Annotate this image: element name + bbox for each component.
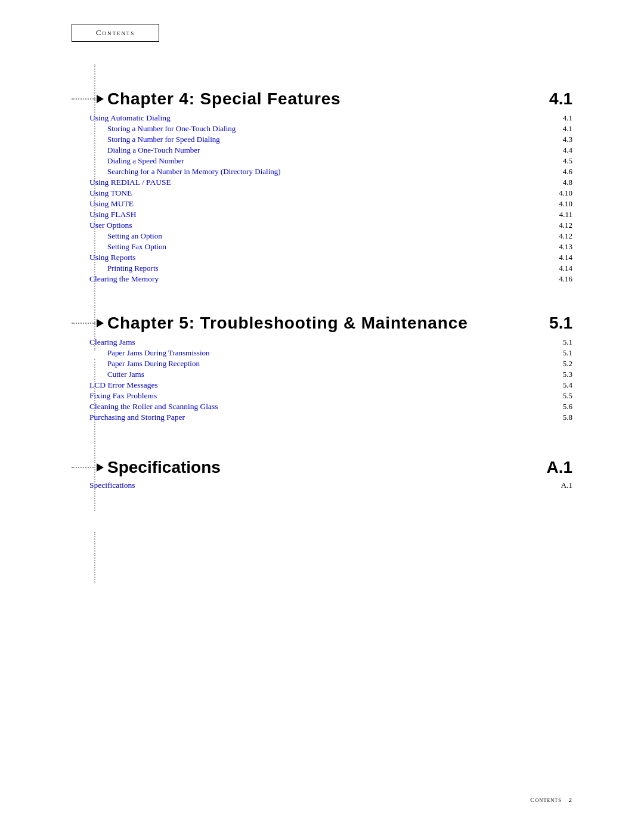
toc-entry[interactable]: Using Automatic Dialing4.1 bbox=[89, 113, 572, 123]
toc-page-number: 4.4 bbox=[552, 145, 572, 155]
spec-heading-row: Specifications A.1 bbox=[72, 458, 572, 477]
spec-title: Specifications bbox=[107, 458, 221, 477]
toc-entry[interactable]: LCD Error Messages5.4 bbox=[89, 380, 572, 390]
spec-dotted-line bbox=[72, 467, 95, 468]
toc-entry[interactable]: Fixing Fax Problems5.5 bbox=[89, 391, 572, 401]
toc-entry[interactable]: Setting Fax Option4.13 bbox=[107, 242, 572, 252]
chapter5-dotted-line bbox=[72, 323, 95, 324]
toc-entry[interactable]: Setting an Option4.12 bbox=[107, 231, 572, 241]
toc-entry[interactable]: Purchasing and Storing Paper5.8 bbox=[89, 413, 572, 422]
toc-page-number: 5.8 bbox=[552, 413, 572, 422]
toc-entry[interactable]: Using REDIAL / PAUSE4.8 bbox=[89, 178, 572, 187]
toc-link[interactable]: Clearing the Memory bbox=[89, 274, 159, 284]
toc-entry[interactable]: Using FLASH4.11 bbox=[89, 210, 572, 219]
toc-link[interactable]: Using Automatic Dialing bbox=[89, 113, 171, 123]
toc-link[interactable]: LCD Error Messages bbox=[89, 380, 158, 390]
page: Contents Chapter 4: Special Features 4.1… bbox=[0, 0, 644, 833]
toc-link[interactable]: Cutter Jams bbox=[107, 370, 144, 379]
toc-page-number: 5.4 bbox=[552, 380, 572, 390]
toc-link[interactable]: Storing a Number for Speed Dialing bbox=[107, 135, 220, 144]
toc-entry[interactable]: Storing a Number for Speed Dialing4.3 bbox=[107, 135, 572, 144]
toc-link[interactable]: Dialing a Speed Number bbox=[107, 156, 184, 166]
spec-toc-entries: SpecificationsA.1 bbox=[89, 481, 572, 490]
chapter5-toc-entries: Clearing Jams5.1Paper Jams During Transm… bbox=[89, 337, 572, 422]
toc-link[interactable]: Using FLASH bbox=[89, 210, 136, 219]
contents-header-label: Contents bbox=[96, 28, 135, 37]
toc-page-number: 5.6 bbox=[552, 402, 572, 411]
toc-page-number: A.1 bbox=[552, 481, 572, 490]
toc-entry[interactable]: Storing a Number for One-Touch Dialing4.… bbox=[107, 124, 572, 134]
toc-link[interactable]: Fixing Fax Problems bbox=[89, 391, 157, 401]
chapter4-heading-row: Chapter 4: Special Features 4.1 bbox=[72, 89, 572, 109]
chapter4-toc-entries: Using Automatic Dialing4.1Storing a Numb… bbox=[89, 113, 572, 284]
toc-page-number: 5.2 bbox=[552, 359, 572, 368]
footer-page: 2 bbox=[568, 796, 572, 803]
toc-page-number: 4.1 bbox=[552, 124, 572, 134]
toc-page-number: 4.10 bbox=[552, 199, 572, 209]
toc-page-number: 4.12 bbox=[552, 231, 572, 241]
toc-page-number: 5.3 bbox=[552, 370, 572, 379]
toc-page-number: 5.1 bbox=[552, 337, 572, 347]
toc-entry[interactable]: Using Reports4.14 bbox=[89, 253, 572, 262]
toc-entry[interactable]: Paper Jams During Reception5.2 bbox=[107, 359, 572, 368]
chapter5-title: Chapter 5: Troubleshooting & Maintenance bbox=[107, 314, 468, 333]
toc-link[interactable]: Using REDIAL / PAUSE bbox=[89, 178, 171, 187]
toc-page-number: 4.10 bbox=[552, 188, 572, 198]
footer: Contents 2 bbox=[530, 796, 572, 803]
chapter5-number: 5.1 bbox=[549, 314, 572, 333]
chapter5-heading-row: Chapter 5: Troubleshooting & Maintenance… bbox=[72, 314, 572, 333]
toc-page-number: 4.14 bbox=[552, 264, 572, 273]
toc-link[interactable]: Using Reports bbox=[89, 253, 136, 262]
toc-entry[interactable]: SpecificationsA.1 bbox=[89, 481, 572, 490]
toc-page-number: 4.12 bbox=[552, 221, 572, 230]
toc-page-number: 5.1 bbox=[552, 348, 572, 358]
toc-entry[interactable]: Using MUTE4.10 bbox=[89, 199, 572, 209]
toc-entry[interactable]: Dialing a One-Touch Number4.4 bbox=[107, 145, 572, 155]
chapter4-section: Chapter 4: Special Features 4.1 Using Au… bbox=[72, 89, 572, 284]
toc-link[interactable]: Setting an Option bbox=[107, 231, 162, 241]
toc-entry[interactable]: Dialing a Speed Number4.5 bbox=[107, 156, 572, 166]
toc-entry[interactable]: Cutter Jams5.3 bbox=[107, 370, 572, 379]
chapter4-number: 4.1 bbox=[549, 89, 572, 109]
toc-entry[interactable]: Printing Reports4.14 bbox=[107, 264, 572, 273]
toc-page-number: 4.6 bbox=[552, 167, 572, 176]
toc-link[interactable]: User Options bbox=[89, 221, 132, 230]
chapter5-arrow-head bbox=[97, 319, 104, 327]
contents-header-box: Contents bbox=[72, 24, 159, 42]
toc-entry[interactable]: Using TONE4.10 bbox=[89, 188, 572, 198]
toc-entry[interactable]: Clearing Jams5.1 bbox=[89, 337, 572, 347]
toc-page-number: 4.14 bbox=[552, 253, 572, 262]
toc-link[interactable]: Using MUTE bbox=[89, 199, 134, 209]
toc-link[interactable]: Setting Fax Option bbox=[107, 242, 166, 252]
toc-link[interactable]: Storing a Number for One-Touch Dialing bbox=[107, 124, 236, 134]
spec-number: A.1 bbox=[546, 458, 572, 477]
toc-link[interactable]: Specifications bbox=[89, 481, 135, 490]
toc-link[interactable]: Clearing Jams bbox=[89, 337, 135, 347]
toc-link[interactable]: Searching for a Number in Memory (Direct… bbox=[107, 167, 281, 176]
toc-entry[interactable]: Clearing the Memory4.16 bbox=[89, 274, 572, 284]
toc-entry[interactable]: User Options4.12 bbox=[89, 221, 572, 230]
toc-page-number: 4.13 bbox=[552, 242, 572, 252]
toc-link[interactable]: Purchasing and Storing Paper bbox=[89, 413, 185, 422]
chapter5-arrow bbox=[72, 319, 104, 327]
chapter4-arrow-head bbox=[97, 95, 104, 103]
toc-page-number: 4.3 bbox=[552, 135, 572, 144]
spec-arrow-head bbox=[97, 463, 104, 472]
toc-link[interactable]: Paper Jams During Reception bbox=[107, 359, 200, 368]
chapter4-title: Chapter 4: Special Features bbox=[107, 89, 340, 109]
toc-page-number: 5.5 bbox=[552, 391, 572, 401]
toc-link[interactable]: Dialing a One-Touch Number bbox=[107, 145, 200, 155]
toc-link[interactable]: Using TONE bbox=[89, 188, 132, 198]
toc-link[interactable]: Cleaning the Roller and Scanning Glass bbox=[89, 402, 218, 411]
toc-entry[interactable]: Paper Jams During Transmission5.1 bbox=[107, 348, 572, 358]
toc-page-number: 4.16 bbox=[552, 274, 572, 284]
spec-vert-line bbox=[94, 532, 95, 583]
spec-arrow bbox=[72, 463, 104, 472]
toc-page-number: 4.8 bbox=[552, 178, 572, 187]
toc-link[interactable]: Printing Reports bbox=[107, 264, 159, 273]
toc-link[interactable]: Paper Jams During Transmission bbox=[107, 348, 210, 358]
toc-entry[interactable]: Searching for a Number in Memory (Direct… bbox=[107, 167, 572, 176]
toc-entry[interactable]: Cleaning the Roller and Scanning Glass5.… bbox=[89, 402, 572, 411]
toc-page-number: 4.11 bbox=[552, 210, 572, 219]
chapter4-arrow bbox=[72, 95, 104, 103]
